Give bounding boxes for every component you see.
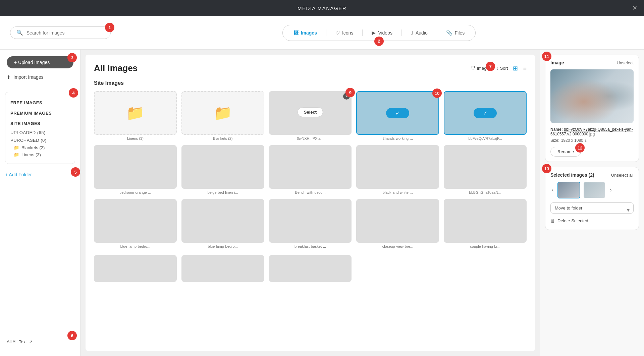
tab-files[interactable]: 📎 Files — [439, 27, 472, 39]
filter-icon: ⛉ — [471, 66, 475, 71]
move-folder-select[interactable]: Move to folder Blankets Linens — [550, 202, 634, 214]
image-detail-title: Image — [550, 60, 564, 65]
right-panel: 11 Image Unselect Name: bbFvzQcVR7abzjFQ… — [540, 50, 644, 356]
badge-1: 1 — [105, 23, 114, 32]
image-bedroom[interactable]: bedroom-orange-... — [94, 145, 177, 194]
tab-audio[interactable]: ♩ Audio — [404, 27, 435, 39]
upload-images-button[interactable]: + Upload Images 3 — [7, 56, 73, 68]
unselect-button[interactable]: Unselect — [616, 60, 634, 65]
tab-divider — [326, 29, 326, 36]
folder-icon-2: 📁 — [14, 152, 19, 157]
image-couple[interactable]: couple-having-br... — [444, 199, 527, 248]
sidebar-folder-blankets[interactable]: 📁 Blankets (2) — [10, 144, 70, 151]
image-bench-thumb — [269, 145, 352, 189]
delete-selected-button[interactable]: 🗑 Delete Selected — [550, 217, 588, 225]
image-closeup-label: closeup-view-bre... — [356, 244, 439, 248]
image-blue-lamp2[interactable]: blue-lamp-bedro... — [181, 199, 264, 248]
selected-check-button-bbfvz[interactable]: ✓ — [474, 108, 497, 118]
image-breakfast[interactable]: breakfast-basket-... — [269, 199, 352, 248]
tab-icons[interactable]: ♡ Icons — [328, 27, 361, 39]
import-images-button[interactable]: ⬆ Import Images — [7, 72, 73, 82]
external-link-icon: ↗ — [29, 339, 33, 344]
rename-button[interactable]: Rename 12 — [550, 147, 581, 157]
image-bottom1-thumb — [94, 255, 177, 282]
image-bottom1[interactable] — [94, 255, 177, 282]
import-icon: ⬆ — [7, 74, 11, 80]
badge-6: 6 — [67, 331, 77, 340]
section-label: Site Images — [94, 80, 527, 86]
images-tab-icon: 🖼 — [293, 30, 299, 36]
tab-images[interactable]: 🖼 Images — [286, 27, 324, 38]
folder-blankets-thumb: 📁 — [181, 91, 264, 135]
sub-header: 1 🔍 2 🖼 Images ♡ Icons ▶ Videos ♩ Audio … — [0, 16, 644, 50]
badge-3: 3 — [67, 53, 77, 62]
unselect-all-button[interactable]: Unselect all — [611, 173, 634, 178]
detail-image-preview — [550, 69, 634, 123]
thumbnails-prev-button[interactable]: ‹ — [550, 186, 555, 194]
image-bedroom-thumb — [94, 145, 177, 189]
tab-divider2 — [362, 29, 363, 36]
sidebar-item-purchased[interactable]: PURCHASED (0) — [10, 136, 70, 144]
sidebar-item-free-images[interactable]: FREE IMAGES — [10, 98, 70, 108]
image-detail-header: Image Unselect — [550, 60, 634, 65]
image-0wnxh[interactable]: ✕ 9 Select 0wNXH...PXta... — [269, 91, 352, 140]
files-tab-icon: 📎 — [446, 30, 452, 36]
sidebar: + Upload Images 3 ⬆ Import Images 4 FREE… — [0, 50, 80, 356]
list-view-button[interactable]: ≡ — [523, 65, 527, 72]
sidebar-item-uploaded[interactable]: UPLOADED (65) — [10, 129, 70, 136]
sidebar-item-premium-images[interactable]: PREMIUM IMAGES — [10, 108, 70, 118]
sidebar-item-site-images[interactable]: SITE IMAGES — [10, 118, 70, 129]
image-beige-bed[interactable]: beige-bed-linen-i... — [181, 145, 264, 194]
badge-4: 4 — [69, 88, 78, 98]
sort-button[interactable]: ↕ Sort — [496, 66, 508, 71]
image-closeup[interactable]: closeup-view-bre... — [356, 199, 439, 248]
all-alt-text-link[interactable]: All Alt Text ↗ 6 — [0, 334, 80, 349]
detail-name-link[interactable]: bbFvzQcVR7abzjFQ865a_pexels-yan-6610557.… — [550, 127, 633, 136]
image-grid: 📁 Linens (3) 📁 Blankets (2) ✕ 9 Select 0… — [94, 91, 527, 248]
search-input[interactable] — [26, 30, 104, 36]
filter-images-button[interactable]: ⛉ Images 7 — [471, 66, 491, 71]
folder-linens-label: Linens (3) — [94, 136, 177, 140]
folder-linens[interactable]: 📁 Linens (3) — [94, 91, 177, 140]
detail-size-label: Size: — [550, 138, 559, 143]
image-blbgn[interactable]: bLBGnGhaToaaN... — [444, 145, 527, 194]
folder-blankets-label: Blankets (2) — [181, 136, 264, 140]
thumbnails-next-button[interactable]: › — [608, 186, 613, 194]
image-black-white[interactable]: black-and-white-... — [356, 145, 439, 194]
tab-videos[interactable]: ▶ Videos — [364, 27, 400, 39]
folder-icon: 📁 — [14, 145, 19, 150]
selected-check-button-2hands[interactable]: ✓ — [386, 108, 409, 118]
grid-view-button[interactable]: ⊞ — [513, 65, 518, 72]
thumbnail-2-image — [584, 182, 605, 198]
image-0wnxh-label: 0wNXH...PXta... — [269, 136, 352, 140]
select-overlay: 9 Select — [269, 91, 352, 133]
close-icon[interactable]: ✕ — [632, 4, 637, 12]
image-detail-card: 11 Image Unselect Name: bbFvzQcVR7abzjFQ… — [545, 55, 639, 162]
top-bar: MEDIA MANAGER ✕ — [0, 0, 644, 16]
select-button[interactable]: Select — [298, 107, 323, 117]
thumbnail-1[interactable] — [557, 182, 580, 198]
folder-blankets[interactable]: 📁 Blankets (2) — [181, 91, 264, 140]
selected-images-card: 13 Selected images (2) Unselect all ‹ › … — [545, 167, 639, 230]
image-bench-label: Bench-with-deco... — [269, 190, 352, 194]
image-bbfvz[interactable]: ✓ bbFvzQcVR7abzjF... — [444, 91, 527, 140]
image-bottom3[interactable] — [269, 255, 352, 282]
image-bench[interactable]: Bench-with-deco... — [269, 145, 352, 194]
add-folder-button[interactable]: + Add Folder 5 — [5, 171, 75, 179]
image-bottom2[interactable] — [181, 255, 264, 282]
thumbnail-2[interactable] — [583, 182, 606, 198]
image-blue-lamp1-thumb — [94, 199, 177, 243]
selected-overlay-bbfvz: ✓ — [444, 91, 527, 135]
image-2hands[interactable]: 10 ✓ 2hands-working-... — [356, 91, 439, 140]
videos-tab-icon: ▶ — [372, 30, 376, 36]
image-2hands-label: 2hands-working-... — [356, 136, 439, 140]
image-couple-thumb — [444, 199, 527, 243]
bottom-image-grid — [94, 255, 527, 282]
image-blue-lamp1[interactable]: blue-lamp-bedro... — [94, 199, 177, 248]
image-black-white-thumb — [356, 145, 439, 189]
sidebar-folder-linens[interactable]: 📁 Linens (3) — [10, 151, 70, 158]
image-blue-lamp2-label: blue-lamp-bedro... — [181, 244, 264, 248]
selected-images-title: Selected images (2) — [550, 172, 594, 178]
image-breakfast-thumb — [269, 199, 352, 243]
sidebar-image-categories: 4 FREE IMAGES PREMIUM IMAGES SITE IMAGES… — [5, 92, 75, 164]
